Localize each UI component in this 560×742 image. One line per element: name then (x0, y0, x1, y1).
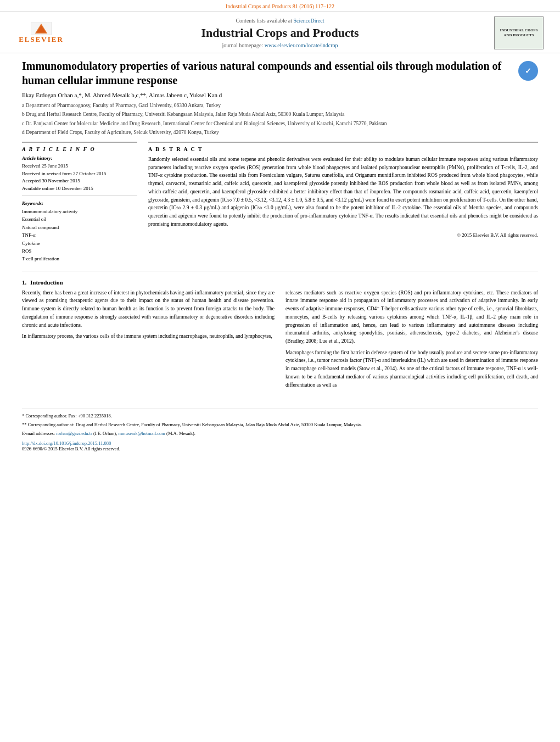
keyword-6: ROS (22, 247, 137, 255)
revised-date: Received in revised form 27 October 2015 (22, 170, 137, 178)
email-link-2[interactable]: mmuseaik@hotmail.com (118, 431, 165, 436)
available-date: Available online 10 December 2015 (22, 185, 137, 193)
keyword-1: Immunomodulatory activity (22, 208, 137, 215)
intro-para-4: Macrophages forming the first barrier in… (285, 349, 538, 389)
keyword-5: Cytokine (22, 239, 137, 247)
keywords-heading: Keywords: (22, 200, 137, 206)
received-date: Received 25 June 2015 (22, 163, 137, 170)
intro-para-1: Recently, there has been a great increas… (22, 289, 275, 330)
elsevier-tree-svg (27, 22, 55, 35)
homepage-link[interactable]: www.elsevier.com/locate/indcrop (265, 42, 338, 48)
abstract-heading: A B S T R A C T (148, 146, 538, 152)
affiliation-b: b Drug and Herbal Research Centre, Facul… (22, 110, 538, 118)
keyword-4: TNF-α (22, 231, 137, 239)
authors-line: Ilkay Erdogan Orhan a,*, M. Ahmed Mesaik… (22, 92, 538, 98)
email-link-1[interactable]: iorhan@gazi.edu.tr (56, 431, 92, 436)
journal-homepage: journal homepage: www.elsevier.com/locat… (66, 42, 494, 48)
journal-header: ELSEVIER Contents lists available at Sci… (0, 12, 560, 53)
intro-heading-area: 1. Introduction (22, 279, 538, 286)
section-divider (22, 271, 538, 271)
keyword-2: Essential oil (22, 215, 137, 223)
email-addresses: E-mail addresses: iorhan@gazi.edu.tr (I.… (22, 430, 538, 437)
journal-reference-bar: Industrial Crops and Products 81 (2016) … (0, 0, 560, 12)
history-heading: Article history: (22, 155, 137, 161)
accepted-date: Accepted 30 November 2015 (22, 177, 137, 185)
affiliation-c: c Dr. Panjwani Center for Molecular Medi… (22, 120, 538, 127)
issn-text: 0926-6690/© 2015 Elsevier B.V. All right… (22, 446, 120, 451)
article-title-area: Immunomodulatory properties of various n… (22, 59, 538, 87)
sciencedirect-link[interactable]: ScienceDirect (293, 18, 324, 24)
article-info-heading: A R T I C L E I N F O (22, 146, 137, 152)
affiliation-d: d Department of Field Crops, Faculty of … (22, 129, 538, 136)
footnote-1: * Corresponding author. Fax: +90 312 223… (22, 412, 538, 420)
intro-para-2: In inflammatory process, the various cel… (22, 332, 275, 341)
affiliations: a Department of Pharmacognosy, Faculty o… (22, 102, 538, 136)
header-center: Contents lists available at ScienceDirec… (66, 18, 494, 48)
journal-logo-box: INDUSTRIAL CROPS AND PRODUCTS (494, 16, 544, 49)
intro-col-left: Recently, there has been a great increas… (22, 289, 275, 393)
footnote-2: ** Corresponding author at: Drug and Her… (22, 421, 538, 428)
journal-logo-text: INDUSTRIAL CROPS AND PRODUCTS (497, 28, 541, 38)
article-info-column: A R T I C L E I N F O Article history: R… (22, 142, 137, 263)
abstract-text: Randomly selected essential oils and som… (148, 155, 538, 228)
crossmark-icon[interactable]: ✓ (518, 61, 538, 81)
doi-bar: http://dx.doi.org/10.1016/j.indcrop.2015… (22, 440, 538, 451)
info-abstract-area: A R T I C L E I N F O Article history: R… (22, 142, 538, 263)
article-history-section: Article history: Received 25 June 2015 R… (22, 155, 137, 196)
introduction-section: 1. Introduction Recently, there has been… (22, 279, 538, 393)
affiliation-a: a Department of Pharmacognosy, Faculty o… (22, 102, 538, 109)
keywords-section: Keywords: Immunomodulatory activity Esse… (22, 200, 137, 263)
elsevier-text: ELSEVIER (19, 35, 64, 44)
keyword-3: Natural compound (22, 224, 137, 231)
journal-ref-text: Industrial Crops and Products 81 (2016) … (226, 3, 334, 9)
main-content: Immunomodulatory properties of various n… (0, 53, 560, 403)
footnotes-area: * Corresponding author. Fax: +90 312 223… (22, 409, 538, 437)
intro-col-right: releases mediators such as reactive oxyg… (285, 289, 538, 393)
contents-available-text: Contents lists available at ScienceDirec… (66, 18, 494, 24)
intro-para-3: releases mediators such as reactive oxyg… (285, 289, 538, 345)
journal-title: Industrial Crops and Products (66, 26, 494, 40)
elsevier-logo: ELSEVIER (16, 22, 66, 44)
intro-section-title: 1. Introduction (22, 279, 538, 286)
article-title: Immunomodulatory properties of various n… (22, 59, 513, 87)
abstract-column: A B S T R A C T Randomly selected essent… (148, 142, 538, 263)
doi-link[interactable]: http://dx.doi.org/10.1016/j.indcrop.2015… (22, 440, 111, 446)
keyword-7: T-cell proliferation (22, 255, 137, 263)
copyright-notice: © 2015 Elsevier B.V. All rights reserved… (148, 232, 538, 238)
intro-body-columns: Recently, there has been a great increas… (22, 289, 538, 393)
